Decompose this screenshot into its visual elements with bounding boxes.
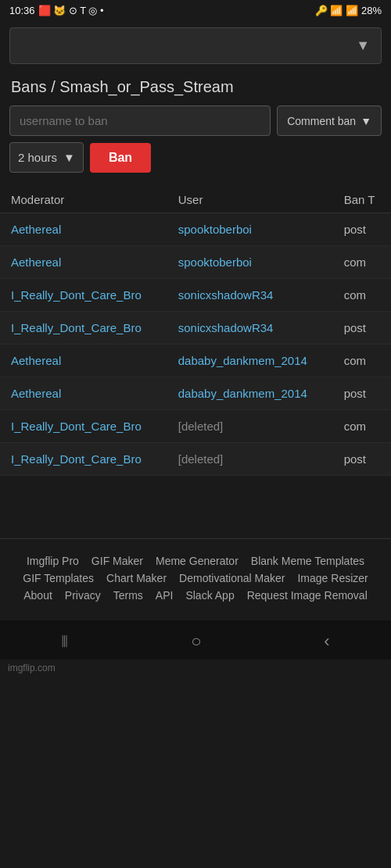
moderator-cell[interactable]: Aethereal bbox=[0, 213, 167, 246]
footer-link[interactable]: Image Resizer bbox=[297, 572, 368, 584]
moderator-cell[interactable]: I_Really_Dont_Care_Bro bbox=[0, 312, 167, 345]
time: 10:36 bbox=[9, 5, 35, 16]
footer-links: Imgflip ProGIF MakerMeme GeneratorBlank … bbox=[13, 555, 378, 602]
ban-type-cell: com bbox=[333, 279, 391, 312]
table-row: I_Really_Dont_Care_BrosonicxshadowR34pos… bbox=[0, 312, 391, 345]
footer-link[interactable]: Meme Generator bbox=[156, 555, 239, 567]
footer-link[interactable]: About bbox=[23, 589, 52, 602]
footer-link[interactable]: Imgflip Pro bbox=[27, 555, 79, 567]
user-cell[interactable]: sonicxshadowR34 bbox=[167, 279, 333, 312]
footer-link[interactable]: Request Image Removal bbox=[247, 589, 368, 602]
footer-link[interactable]: Slack App bbox=[185, 589, 234, 602]
table-header-row: Moderator User Ban T bbox=[0, 187, 391, 213]
ban-type-cell: post bbox=[333, 213, 391, 246]
user-cell[interactable]: spooktoberboi bbox=[167, 246, 333, 279]
comment-ban-dropdown[interactable]: Comment ban ▼ bbox=[277, 105, 382, 136]
nav-home-icon[interactable]: ○ bbox=[191, 631, 201, 652]
user-cell[interactable]: sonicxshadowR34 bbox=[167, 312, 333, 345]
footer-link[interactable]: Blank Meme Templates bbox=[251, 555, 364, 567]
chevron-down-icon: ▼ bbox=[356, 38, 370, 54]
ban-button[interactable]: Ban bbox=[90, 143, 151, 173]
moderator-cell[interactable]: Aethereal bbox=[0, 377, 167, 410]
ban-type-cell: post bbox=[333, 377, 391, 410]
user-cell: [deleted] bbox=[167, 410, 333, 443]
top-dropdown[interactable]: ▼ bbox=[9, 27, 382, 64]
comment-ban-chevron-icon: ▼ bbox=[361, 115, 371, 127]
ban-form-row2: 2 hours ▼ Ban bbox=[9, 142, 382, 173]
ban-type-cell: com bbox=[333, 410, 391, 443]
status-right: 🔑 📶 📶 28% bbox=[315, 5, 382, 16]
ban-form-row1: Comment ban ▼ bbox=[9, 105, 382, 136]
table-row: I_Really_Dont_Care_Bro[deleted]post bbox=[0, 443, 391, 476]
moderator-cell[interactable]: Aethereal bbox=[0, 345, 167, 377]
battery-percent: 28% bbox=[361, 5, 382, 16]
table-row: I_Really_Dont_Care_Bro[deleted]com bbox=[0, 410, 391, 443]
battery-icon: 🔑 📶 📶 bbox=[315, 5, 358, 16]
page-title: Bans / Smash_or_Pass_Stream bbox=[0, 70, 391, 102]
status-icons: 🟥 🐱 ⊙ T ◎ • bbox=[38, 5, 104, 16]
watermark: imgflip.com bbox=[0, 659, 391, 677]
nav-back-icon[interactable]: ‹ bbox=[324, 631, 329, 652]
hours-value: 2 hours bbox=[18, 151, 57, 164]
ban-type-cell: com bbox=[333, 345, 391, 377]
user-cell: [deleted] bbox=[167, 443, 333, 476]
footer-link[interactable]: Privacy bbox=[65, 589, 101, 602]
table-row: I_Really_Dont_Care_BrosonicxshadowR34com bbox=[0, 279, 391, 312]
footer-link[interactable]: GIF Templates bbox=[23, 572, 94, 584]
comment-ban-label: Comment ban bbox=[287, 115, 356, 127]
ban-form: Comment ban ▼ 2 hours ▼ Ban bbox=[0, 102, 391, 180]
user-cell[interactable]: dababy_dankmem_2014 bbox=[167, 377, 333, 410]
status-bar: 10:36 🟥 🐱 ⊙ T ◎ • 🔑 📶 📶 28% bbox=[0, 0, 391, 21]
moderator-cell[interactable]: Aethereal bbox=[0, 246, 167, 279]
footer-link[interactable]: Demotivational Maker bbox=[179, 572, 285, 584]
moderator-cell[interactable]: I_Really_Dont_Care_Bro bbox=[0, 410, 167, 443]
table-row: Aetherealdababy_dankmem_2014post bbox=[0, 377, 391, 410]
footer-link[interactable]: API bbox=[156, 589, 174, 602]
hours-chevron-icon: ▼ bbox=[63, 151, 75, 164]
col-moderator: Moderator bbox=[0, 187, 167, 213]
ban-type-cell: com bbox=[333, 246, 391, 279]
moderator-cell[interactable]: I_Really_Dont_Care_Bro bbox=[0, 443, 167, 476]
hours-select[interactable]: 2 hours ▼ bbox=[9, 142, 84, 173]
bans-table: Moderator User Ban T Aetherealspooktober… bbox=[0, 187, 391, 476]
moderator-cell[interactable]: I_Really_Dont_Care_Bro bbox=[0, 279, 167, 312]
bottom-nav-bar: ⦀ ○ ‹ bbox=[0, 620, 391, 659]
nav-menu-icon[interactable]: ⦀ bbox=[61, 631, 68, 652]
col-user: User bbox=[167, 187, 333, 213]
ban-type-cell: post bbox=[333, 443, 391, 476]
user-cell[interactable]: spooktoberboi bbox=[167, 213, 333, 246]
table-row: Aetherealspooktoberboipost bbox=[0, 213, 391, 246]
table-row: Aetherealdababy_dankmem_2014com bbox=[0, 345, 391, 377]
user-cell[interactable]: dababy_dankmem_2014 bbox=[167, 345, 333, 377]
footer-link[interactable]: Terms bbox=[113, 589, 143, 602]
username-input[interactable] bbox=[9, 105, 271, 136]
table-row: Aetherealspooktoberboicom bbox=[0, 246, 391, 279]
col-ban-type: Ban T bbox=[333, 187, 391, 213]
footer: Imgflip ProGIF MakerMeme GeneratorBlank … bbox=[0, 538, 391, 614]
status-left: 10:36 🟥 🐱 ⊙ T ◎ • bbox=[9, 5, 104, 16]
footer-link[interactable]: GIF Maker bbox=[91, 555, 143, 567]
footer-link[interactable]: Chart Maker bbox=[106, 572, 167, 584]
ban-type-cell: post bbox=[333, 312, 391, 345]
